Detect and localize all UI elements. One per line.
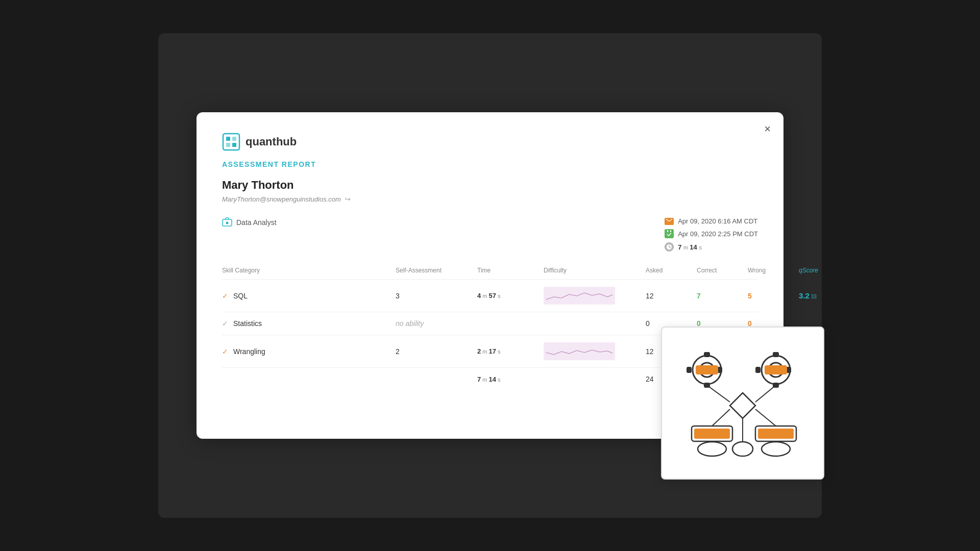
dash-icon: ✓ bbox=[222, 319, 228, 328]
role-label: Data Analyst bbox=[236, 218, 277, 227]
assessment-report-title: ASSESSMENT REPORT bbox=[222, 160, 758, 168]
svg-line-35 bbox=[755, 409, 776, 426]
time-sql: 4 m 57 s bbox=[477, 292, 544, 299]
svg-line-32 bbox=[755, 385, 776, 402]
logo-area: quanthub bbox=[222, 133, 758, 151]
svg-point-6 bbox=[226, 222, 229, 224]
skill-cell-wrangling: ✓ Wrangling bbox=[222, 347, 396, 356]
svg-rect-20 bbox=[687, 367, 692, 373]
totals-time: 7 m 14 s bbox=[477, 375, 544, 383]
svg-point-44 bbox=[762, 442, 790, 456]
svg-rect-3 bbox=[226, 143, 230, 147]
svg-point-38 bbox=[698, 442, 726, 456]
header-correct: Correct bbox=[697, 267, 748, 274]
screen-container: × quanthub ASSESSMENT REPORT Mary Thorto… bbox=[158, 33, 822, 518]
duration: 7 m 14 s bbox=[678, 243, 702, 251]
header-skill: Skill Category bbox=[222, 267, 396, 274]
duration-row: 7 m 14 s bbox=[665, 242, 758, 252]
sent-date: Apr 09, 2020 6:16 AM CDT bbox=[678, 217, 757, 225]
calendar-icon bbox=[665, 229, 674, 238]
self-assessment-statistics: no ability bbox=[396, 319, 477, 328]
svg-rect-27 bbox=[755, 367, 761, 373]
completed-date-row: Apr 09, 2020 2:25 PM CDT bbox=[665, 229, 758, 238]
svg-rect-22 bbox=[696, 365, 718, 374]
dates-area: Apr 09, 2020 6:16 AM CDT Apr 09, 2020 2:… bbox=[665, 217, 758, 252]
header-wrong: Wrong bbox=[748, 267, 799, 274]
user-email: MaryThorton@snowpenguinstudios.com ↪ bbox=[222, 195, 758, 203]
qscore-sql: 3.2 33 bbox=[799, 291, 860, 300]
diagram-box bbox=[661, 327, 824, 480]
skill-name-wrangling: Wrangling bbox=[233, 347, 265, 356]
difficulty-wrangling bbox=[544, 342, 646, 360]
role-badge: Data Analyst bbox=[222, 217, 277, 228]
modal: × quanthub ASSESSMENT REPORT Mary Thorto… bbox=[197, 112, 783, 439]
correct-sql: 7 bbox=[697, 292, 748, 300]
clock-icon bbox=[665, 242, 674, 252]
header-difficulty: Difficulty bbox=[544, 267, 646, 274]
sparkline-wrangling bbox=[544, 342, 615, 360]
quanthub-logo-icon bbox=[222, 133, 240, 151]
header-asked: Asked bbox=[646, 267, 697, 274]
skill-cell-sql: ✓ SQL bbox=[222, 292, 396, 300]
svg-rect-9 bbox=[667, 230, 668, 232]
svg-rect-0 bbox=[223, 134, 239, 150]
table-row: ✓ SQL 3 4 m 57 s 12 7 5 3.2 33 bbox=[222, 280, 758, 312]
svg-point-40 bbox=[732, 442, 753, 456]
sent-date-row: Apr 09, 2020 6:16 AM CDT bbox=[665, 217, 758, 225]
svg-line-31 bbox=[707, 385, 730, 402]
sparkline-sql bbox=[544, 287, 615, 305]
svg-rect-29 bbox=[765, 365, 787, 374]
header-time: Time bbox=[477, 267, 544, 274]
email-icon bbox=[665, 218, 674, 225]
wrong-sql: 5 bbox=[748, 292, 799, 300]
svg-line-33 bbox=[712, 409, 730, 426]
table-header: Skill Category Self-Assessment Time Diff… bbox=[222, 267, 758, 280]
difficulty-sql bbox=[544, 287, 646, 305]
check-icon: ✓ bbox=[222, 347, 228, 356]
svg-rect-25 bbox=[773, 352, 779, 357]
external-link-icon: ↪ bbox=[344, 195, 350, 203]
svg-marker-30 bbox=[730, 393, 755, 418]
close-button[interactable]: × bbox=[764, 122, 771, 136]
skill-name-statistics: Statistics bbox=[233, 319, 262, 328]
time-wrangling: 2 m 17 s bbox=[477, 347, 544, 355]
user-name: Mary Thorton bbox=[222, 179, 758, 192]
workflow-diagram bbox=[676, 342, 809, 464]
self-assessment-wrangling: 2 bbox=[396, 347, 477, 356]
skill-cell-statistics: ✓ Statistics bbox=[222, 319, 396, 328]
svg-rect-18 bbox=[704, 352, 710, 357]
asked-sql: 12 bbox=[646, 292, 697, 300]
svg-rect-4 bbox=[232, 143, 236, 147]
svg-rect-43 bbox=[758, 429, 794, 439]
header-qscore: qScore bbox=[799, 267, 860, 274]
svg-rect-10 bbox=[670, 230, 671, 232]
self-assessment-sql: 3 bbox=[396, 292, 477, 300]
meta-row: Data Analyst Apr 09, 2020 6:16 AM CDT Ap… bbox=[222, 217, 758, 252]
svg-rect-37 bbox=[694, 429, 730, 439]
completed-date: Apr 09, 2020 2:25 PM CDT bbox=[678, 230, 758, 238]
header-self-assessment: Self-Assessment bbox=[396, 267, 477, 274]
logo-text: quanthub bbox=[246, 135, 297, 148]
role-icon bbox=[222, 217, 232, 228]
svg-rect-8 bbox=[666, 231, 673, 237]
check-icon: ✓ bbox=[222, 292, 228, 300]
svg-rect-1 bbox=[226, 137, 230, 141]
skill-name-sql: SQL bbox=[233, 292, 248, 300]
svg-line-13 bbox=[669, 247, 671, 248]
svg-rect-2 bbox=[232, 137, 236, 141]
